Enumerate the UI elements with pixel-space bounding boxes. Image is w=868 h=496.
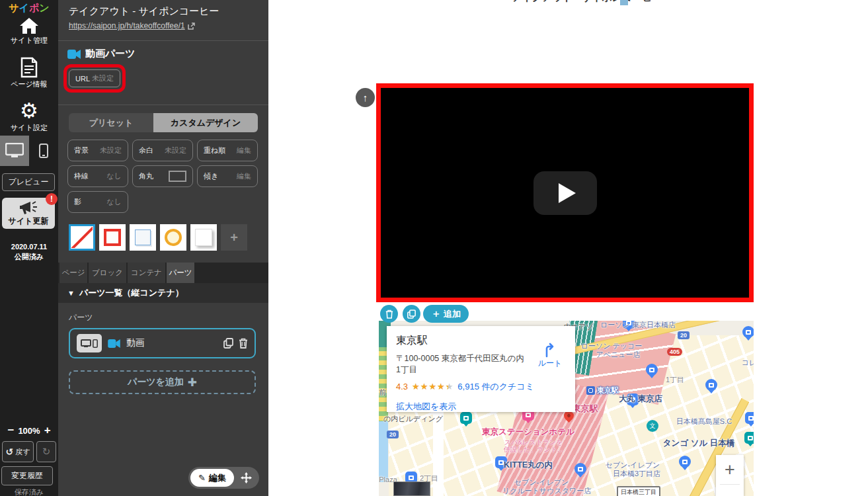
delete-part-button[interactable]: [380, 305, 398, 323]
swatch-orange-round[interactable]: [160, 224, 186, 251]
zoom-out-button[interactable]: −: [7, 424, 14, 437]
phone-icon: [39, 144, 48, 158]
desktop-preview-toggle[interactable]: [0, 136, 29, 166]
page-preview-area: テイクアウト - サイポンコーヒー ↑ ＋ 追加 ローソン 東京日本橋店内オアゾ…: [268, 0, 868, 496]
tab-preset[interactable]: プリセット: [69, 113, 153, 132]
map-pin-store[interactable]: [705, 379, 717, 391]
reviews-link[interactable]: 6,915 件のクチコミ: [457, 381, 534, 393]
map-pin-bag[interactable]: [745, 412, 754, 424]
tab-page[interactable]: ページ: [59, 263, 87, 283]
parts-list-title: パーツ一覧（縦コンテナ）: [79, 287, 184, 299]
change-history-button[interactable]: 変更履歴: [1, 466, 53, 485]
moat-water: [379, 421, 388, 482]
map-label: 併設した、ラント…: [503, 446, 563, 453]
map-zoom-control[interactable]: +: [716, 455, 744, 496]
map-pin-school[interactable]: 文: [647, 420, 658, 432]
tilt-setting-button[interactable]: 傾き編集: [197, 165, 258, 187]
map-label: の内ビルディング: [383, 415, 443, 423]
shadow-setting-button[interactable]: 影なし: [67, 191, 128, 213]
map-zoom-in-button[interactable]: +: [716, 455, 744, 484]
map-pin-mrt[interactable]: [744, 432, 754, 444]
stars-fill: ★★★★★: [412, 382, 448, 392]
settings-panel: テイクアウト - サイポンコーヒー https://saipon.jp/h/ta…: [58, 0, 268, 496]
redo-icon: ↻: [42, 446, 51, 458]
place-address: 〒100-0005 東京都千代田区丸の内1丁目: [396, 353, 528, 376]
undo-button[interactable]: ↺ 戻す: [2, 441, 34, 462]
google-map-embed[interactable]: ローソン 東京日本橋店内オアゾローソン テッコーアベニュー店1丁目コレ大丸 東京…: [379, 321, 754, 496]
style-preset-swatches: +: [69, 224, 247, 251]
published-status: 公開済み: [0, 252, 58, 262]
map-pin-store[interactable]: [679, 456, 691, 468]
map-label: スパ&レストランを: [504, 438, 563, 446]
swatch-blue-border[interactable]: [130, 224, 156, 251]
add-swatch-button[interactable]: +: [221, 224, 247, 251]
pencil-icon: ✎: [198, 473, 206, 483]
trash-icon[interactable]: [239, 338, 248, 349]
route-button[interactable]: ルート: [534, 341, 566, 369]
copy-icon[interactable]: [223, 338, 233, 349]
background-setting-button[interactable]: 背景未設定: [67, 140, 128, 161]
add-part-button[interactable]: パーツを追加 ✚: [69, 370, 256, 394]
map-label: 前: [379, 388, 387, 396]
parts-list-header[interactable]: ▼ パーツ一覧（縦コンテナ）: [58, 283, 268, 303]
monitor-icon: [81, 339, 91, 348]
map-pin-store[interactable]: [742, 326, 754, 338]
video-part-selected[interactable]: [376, 83, 754, 302]
sidebar-item-site-settings[interactable]: ⚙ サイト設定: [0, 101, 58, 133]
margin-setting-button[interactable]: 余白未設定: [132, 140, 193, 161]
tab-container[interactable]: コンテナ: [128, 263, 165, 283]
external-link-icon: [188, 22, 195, 30]
video-icon: [67, 50, 81, 59]
map-pin-mrt[interactable]: [460, 412, 472, 424]
map-photo-thumbnail[interactable]: [393, 481, 430, 496]
swatch-red-border[interactable]: [99, 224, 126, 251]
sidebar-item-label: ページ情報: [0, 79, 58, 89]
devices-badge: [77, 334, 102, 352]
sidebar-item-site-manage[interactable]: サイト管理: [0, 17, 58, 46]
mobile-preview-toggle[interactable]: [29, 136, 58, 166]
zorder-setting-button[interactable]: 重ね順編集: [197, 140, 258, 161]
swatch-none-selected[interactable]: [69, 224, 95, 251]
map-label: タンゴ ソル 日本橋: [663, 439, 734, 448]
sidebar-item-page-info[interactable]: ページ情報: [0, 57, 58, 89]
logo-char: ン: [39, 2, 49, 13]
enlarge-map-link[interactable]: 拡大地図を表示: [396, 401, 456, 413]
move-part-up-button[interactable]: ↑: [356, 88, 375, 107]
corner-radius-setting-button[interactable]: 角丸: [132, 165, 193, 187]
map-label: ローソン 東京日本橋店: [600, 321, 676, 329]
url-setting-button[interactable]: URL 未設定: [69, 69, 120, 87]
update-alert-badge: !: [46, 193, 58, 205]
add-part-inline-button[interactable]: ＋ 追加: [423, 305, 469, 323]
redo-button[interactable]: ↻: [36, 441, 56, 462]
map-label: 東京ステーションホテル: [482, 428, 574, 437]
swatch-shadow[interactable]: [190, 224, 217, 251]
map-label: コレ: [742, 358, 754, 366]
zoom-control: − 100% +: [0, 424, 58, 437]
map-pin-store[interactable]: [574, 463, 586, 475]
tokyo-station-badge[interactable]: 東京駅: [586, 386, 619, 395]
map-pin-store[interactable]: [646, 364, 658, 376]
arrow-up-icon: ↑: [363, 92, 368, 103]
tab-parts[interactable]: パーツ: [167, 263, 194, 283]
preview-button-label: プレビュー: [8, 177, 48, 188]
copy-part-button[interactable]: [403, 305, 420, 323]
border-setting-button[interactable]: 枠線なし: [67, 165, 128, 187]
site-url-link[interactable]: https://saipon.jp/h/takeoffcoffee/1: [69, 21, 195, 30]
move-handle-icon[interactable]: [235, 472, 257, 483]
panel-header: テイクアウト - サイポンコーヒー https://saipon.jp/h/ta…: [58, 0, 268, 41]
tab-block[interactable]: ブロック: [89, 263, 126, 283]
train-icon: [586, 386, 595, 395]
directions-icon: [541, 341, 559, 358]
phone-icon: [93, 339, 98, 348]
tab-custom-design[interactable]: カスタムデザイン: [153, 113, 258, 132]
site-update-label: サイト更新: [9, 216, 49, 227]
shadow-style-icon: [195, 229, 212, 246]
plus-icon: ＋: [431, 308, 441, 320]
edit-button[interactable]: ✎ 編集: [190, 469, 234, 487]
video-play-button[interactable]: [533, 171, 597, 215]
preview-button[interactable]: プレビュー: [2, 173, 55, 191]
zoom-in-button[interactable]: +: [44, 424, 51, 437]
no-style-icon: [71, 227, 93, 248]
part-item-video[interactable]: 動画: [69, 328, 256, 358]
saipon-logo[interactable]: サイポン: [0, 2, 58, 15]
